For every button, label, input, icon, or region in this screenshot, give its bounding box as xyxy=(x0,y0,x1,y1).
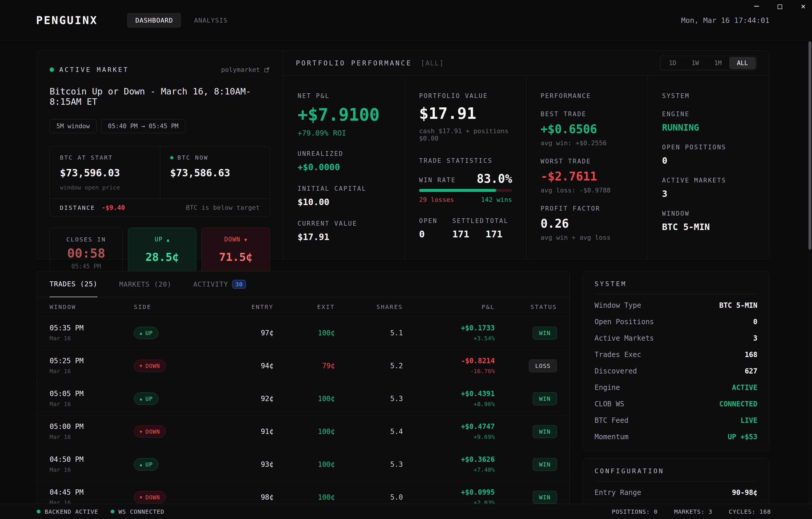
timeframe-group: 1D 1W 1M ALL xyxy=(660,56,757,70)
trade-date: Mar 16 xyxy=(50,368,134,375)
engine-status: RUNNING xyxy=(662,122,755,133)
trades-card: TRADES (25) MARKETS (20) ACTIVITY 30 WIN… xyxy=(36,271,570,519)
best-trade-group: BEST TRADE +$0.6506 avg win: +$0.2556 xyxy=(541,111,634,147)
trade-statistics-label: TRADE STATISTICS xyxy=(419,157,512,164)
portfolio-title: PORTFOLIO PERFORMANCE xyxy=(296,59,412,67)
wins-count: 142 wins xyxy=(481,196,512,203)
up-price-card[interactable]: UP ▲ 28.5¢ xyxy=(128,228,196,278)
side-badge-up: ▲UP xyxy=(134,327,158,339)
down-arrow-icon: ▼ xyxy=(140,429,142,434)
up-arrow-icon: ▲ xyxy=(167,237,170,242)
total-stat-value: 171 xyxy=(485,229,512,240)
table-header: WINDOW SIDE ENTRY EXIT SHARES P&L STATUS xyxy=(36,297,570,317)
up-arrow-icon: ▲ xyxy=(140,462,142,467)
tab-dashboard[interactable]: DASHBOARD xyxy=(127,13,181,28)
table-row[interactable]: 04:50 PMMar 16 ▲UP 93¢ 100¢ 5.3 +$0.3626… xyxy=(36,448,570,481)
down-card-label: DOWN xyxy=(224,236,240,243)
tab-activity-label: ACTIVITY xyxy=(193,281,228,288)
losses-count: 29 losses xyxy=(419,196,454,203)
row-value: 627 xyxy=(745,367,757,375)
scrollbar-thumb[interactable] xyxy=(809,41,811,250)
tab-analysis[interactable]: ANALYSIS xyxy=(194,17,227,24)
side-badge-up: ▲UP xyxy=(134,458,158,470)
down-price-card[interactable]: DOWN ▼ 71.5¢ xyxy=(202,228,270,278)
timeframe-1m[interactable]: 1M xyxy=(707,57,729,69)
window-value: BTC 5-MIN xyxy=(662,222,755,232)
live-dot-icon xyxy=(50,67,54,72)
distance-value: -$9.40 xyxy=(102,204,125,211)
profit-factor-label: PROFIT FACTOR xyxy=(541,205,634,212)
window-size-chip: 5M window xyxy=(50,119,96,133)
timeframe-all[interactable]: ALL xyxy=(729,57,756,69)
trade-pnl: +$0.1733 xyxy=(403,324,495,332)
trade-pnl: +$0.4391 xyxy=(403,390,495,398)
status-badge: WIN xyxy=(533,491,557,504)
trade-shares: 5.1 xyxy=(335,329,403,337)
profit-factor-sub: avg win ÷ avg loss xyxy=(541,234,634,241)
close-icon[interactable]: ✕ xyxy=(801,2,806,10)
settled-stat-label: SETTLED xyxy=(452,218,485,225)
tab-trades[interactable]: TRADES (25) xyxy=(50,272,97,297)
top-card: ACTIVE MARKET polymarket Bitcoin Up or D… xyxy=(36,51,770,259)
countdown-timer: 00:58 xyxy=(53,246,119,261)
side-label: UP xyxy=(145,461,153,468)
up-arrow-icon: ▲ xyxy=(140,396,142,401)
trade-pnl: +$0.3626 xyxy=(403,455,495,464)
btc-start-label: BTC AT START xyxy=(60,154,113,161)
table-row[interactable]: 05:25 PMMar 16 ▼DOWN 94¢ 79¢ 5.2 -$0.821… xyxy=(36,349,570,382)
initial-capital-label: INITIAL CAPITAL xyxy=(297,185,390,192)
portfolio-scope: [ALL] xyxy=(421,59,444,67)
worst-trade-value: -$2.7611 xyxy=(541,170,634,183)
trade-pct: +8.96% xyxy=(403,401,495,407)
btc-start-value: $73,596.03 xyxy=(60,167,150,179)
row-label: Active Markets xyxy=(594,334,654,342)
backend-status-dot-icon xyxy=(37,510,40,513)
maximize-icon[interactable]: □ xyxy=(778,2,782,10)
status-badge: WIN xyxy=(533,458,557,471)
trade-exit: 100¢ xyxy=(273,329,335,337)
up-card-label: UP xyxy=(155,236,163,243)
timeframe-1w[interactable]: 1W xyxy=(684,57,706,69)
table-row[interactable]: 05:35 PMMar 16 ▲UP 97¢ 100¢ 5.1 +$0.1733… xyxy=(36,317,570,349)
window-group: WINDOW BTC 5-MIN xyxy=(662,210,755,232)
side-label: UP xyxy=(145,396,153,402)
tab-activity[interactable]: ACTIVITY 30 xyxy=(193,271,246,297)
external-link-icon xyxy=(263,66,270,73)
trade-entry: 94¢ xyxy=(193,362,273,370)
down-arrow-icon: ▼ xyxy=(140,495,142,500)
system-panel-title: SYSTEM xyxy=(594,280,757,294)
active-markets-group: ACTIVE MARKETS 3 xyxy=(662,177,755,199)
side-badge-down: ▼DOWN xyxy=(134,491,166,503)
trade-exit: 100¢ xyxy=(273,395,335,403)
cycles-counter: CYCLES: 168 xyxy=(729,508,771,515)
btc-at-start: BTC AT START $73,596.03 window open pric… xyxy=(50,146,160,199)
roi-value: +79.09% ROI xyxy=(297,129,390,137)
row-value: 90-98¢ xyxy=(732,489,757,497)
table-row[interactable]: 05:00 PMMar 16 ▼DOWN 91¢ 100¢ 5.4 +$0.47… xyxy=(36,415,570,448)
polymarket-link[interactable]: polymarket xyxy=(221,66,270,73)
win-rate-bar-fill xyxy=(419,189,496,192)
row-label: BTC Feed xyxy=(594,416,629,425)
initial-capital-value: $10.00 xyxy=(297,197,390,207)
row-value: LIVE xyxy=(741,416,757,425)
trade-pct: -16.76% xyxy=(403,368,495,375)
unrealized-value: +$0.0000 xyxy=(297,162,390,172)
table-row[interactable]: 05:05 PMMar 16 ▲UP 92¢ 100¢ 5.3 +$0.4391… xyxy=(36,382,570,415)
configuration-panel-title: CONFIGURATION xyxy=(594,467,757,482)
trade-date: Mar 16 xyxy=(50,466,134,473)
unrealized-label: UNREALIZED xyxy=(297,150,390,157)
performance-column: PERFORMANCE BEST TRADE +$0.6506 avg win:… xyxy=(526,76,648,259)
tab-markets[interactable]: MARKETS (20) xyxy=(119,271,171,297)
timeframe-1d[interactable]: 1D xyxy=(661,57,684,69)
activity-count-badge: 30 xyxy=(232,280,246,289)
trade-entry: 98¢ xyxy=(193,493,273,501)
trades-tabs: TRADES (25) MARKETS (20) ACTIVITY 30 xyxy=(36,271,570,297)
trade-shares: 5.2 xyxy=(335,362,403,370)
system-panel: SYSTEM Window TypeBTC 5-MIN Open Positio… xyxy=(582,271,770,451)
closes-at-time: 05:45 PM xyxy=(53,263,119,270)
minimize-icon[interactable]: ─ xyxy=(754,2,759,10)
side-badge-down: ▼DOWN xyxy=(134,425,166,438)
row-value: BTC 5-MIN xyxy=(719,301,757,310)
current-value-label: CURRENT VALUE xyxy=(297,220,390,227)
down-price: 71.5¢ xyxy=(205,251,267,263)
